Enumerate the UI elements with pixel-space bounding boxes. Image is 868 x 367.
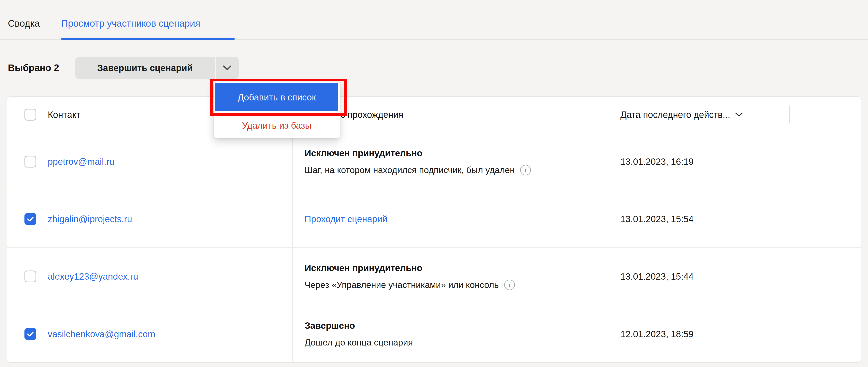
column-header-status: Статус прохождения — [293, 109, 608, 120]
last-action-date: 13.01.2023, 16:19 — [608, 156, 789, 167]
selected-count-label: Выбрано 2 — [8, 62, 59, 73]
header-checkbox-cell — [25, 109, 48, 121]
menu-item-delete-from-base[interactable]: Удалить из базы — [215, 113, 338, 138]
contact-email-link[interactable]: vasilchenkova@gmail.com — [48, 329, 293, 339]
select-all-checkbox[interactable] — [25, 109, 36, 121]
contact-email-link[interactable]: ppetrov@mail.ru — [48, 156, 293, 167]
chevron-down-icon — [223, 65, 231, 70]
status-title: Исключен принудительно — [305, 259, 608, 276]
status-title: Исключен принудительно — [305, 145, 608, 162]
menu-item-add-to-list[interactable]: Добавить в список — [215, 83, 338, 111]
status-cell: Проходит сценарий — [293, 214, 608, 224]
status-detail: Через «Управление участниками» или консо… — [305, 276, 608, 294]
actions-dropdown-menu: Добавить в список Удалить из базы — [214, 82, 340, 138]
status-detail-text: Дошел до конца сценария — [305, 334, 413, 351]
contact-email-link[interactable]: alexey123@yandex.ru — [48, 271, 293, 282]
status-cell: Исключен принудительно Через «Управление… — [293, 259, 608, 294]
active-tab-underline — [61, 38, 235, 40]
table-header-row: Контакт Статус прохождения Дата последне… — [7, 97, 861, 133]
info-icon[interactable]: i — [520, 165, 531, 175]
info-icon[interactable]: i — [504, 280, 515, 290]
scenario-members-page: { "colors": { "accent_blue": "#2b6be4", … — [0, 0, 868, 367]
table-row: ppetrov@mail.ru Исключен принудительно Ш… — [7, 133, 861, 190]
row-checkbox-cell — [25, 156, 48, 167]
row-checkbox[interactable] — [25, 271, 36, 282]
column-header-date[interactable]: Дата последнего действ... — [608, 109, 789, 120]
row-checkbox[interactable] — [25, 156, 36, 167]
column-header-date-label: Дата последнего действ... — [620, 109, 730, 120]
row-checkbox-cell — [25, 271, 48, 282]
finish-scenario-button[interactable]: Завершить сценарий — [75, 57, 215, 79]
header-column-separator — [789, 105, 790, 123]
members-table: Контакт Статус прохождения Дата последне… — [7, 96, 861, 363]
row-checkbox[interactable] — [25, 328, 36, 340]
last-action-date: 13.01.2023, 15:54 — [608, 214, 789, 224]
tab-summary[interactable]: Сводка — [8, 17, 40, 30]
contact-email-link[interactable]: zhigalin@iprojects.ru — [48, 214, 293, 224]
status-cell: Завершено Дошел до конца сценария — [293, 317, 608, 351]
last-action-date: 13.01.2023, 15:44 — [608, 271, 789, 282]
table-row: alexey123@yandex.ru Исключен принудитель… — [7, 248, 861, 305]
status-detail: Дошел до конца сценария — [305, 334, 608, 351]
status-detail: Шаг, на котором находился подписчик, был… — [305, 162, 608, 179]
chevron-down-icon — [735, 113, 743, 117]
status-cell: Исключен принудительно Шаг, на котором н… — [293, 145, 608, 179]
last-action-date: 12.01.2023, 18:59 — [608, 329, 789, 339]
status-detail-text: Через «Управление участниками» или консо… — [305, 276, 499, 294]
table-body: ppetrov@mail.ru Исключен принудительно Ш… — [7, 133, 861, 363]
row-checkbox-cell — [25, 213, 48, 225]
table-row: zhigalin@iprojects.ru Проходит сценарий … — [7, 190, 861, 248]
row-checkbox[interactable] — [25, 213, 36, 225]
status-link[interactable]: Проходит сценарий — [305, 214, 608, 224]
status-detail-text: Шаг, на котором находился подписчик, был… — [305, 162, 515, 179]
actions-dropdown-toggle[interactable] — [216, 57, 239, 79]
status-title: Завершено — [305, 317, 608, 334]
row-checkbox-cell — [25, 328, 48, 340]
tab-scenario-members[interactable]: Просмотр участников сценария — [61, 17, 200, 30]
table-row: vasilchenkova@gmail.com Завершено Дошел … — [7, 305, 861, 363]
